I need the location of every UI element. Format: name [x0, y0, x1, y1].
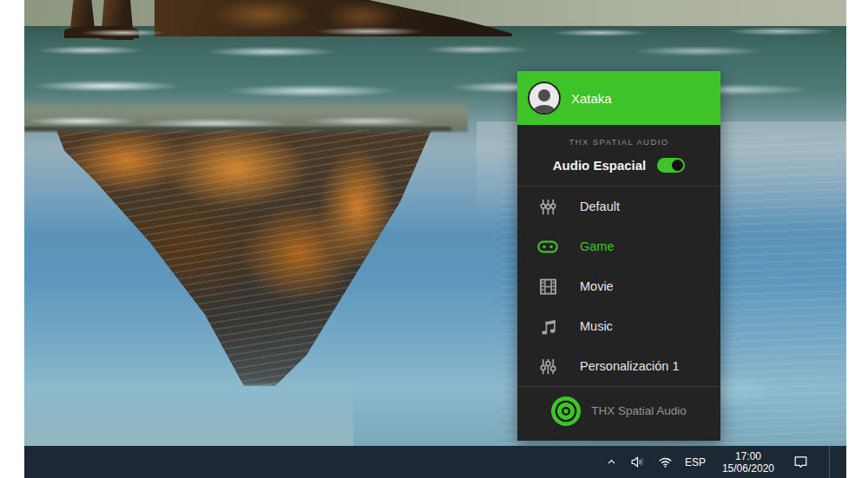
toggle-knob — [672, 160, 683, 171]
system-tray: ESP 17:00 15/06/2020 — [605, 446, 846, 478]
clock-time: 17:00 — [722, 450, 774, 462]
chevron-up-icon — [605, 455, 618, 468]
action-center-icon — [792, 454, 809, 470]
music-note-icon — [536, 317, 559, 337]
spatial-audio-toggle[interactable] — [657, 158, 685, 173]
desktop-screen: Xataka THX SPATIAL AUDIO Audio Espacial — [24, 0, 846, 478]
taskbar-divider — [829, 446, 830, 478]
spatial-audio-toggle-row: Audio Espacial — [517, 147, 720, 187]
mode-label: Music — [580, 319, 613, 333]
section-title: THX SPATIAL AUDIO — [517, 125, 720, 147]
reflection-ripples — [49, 130, 439, 386]
action-center-button[interactable] — [792, 454, 809, 470]
spatial-audio-toggle-label: Audio Espacial — [553, 158, 647, 173]
mode-label: Personalización 1 — [580, 359, 679, 373]
wifi-icon — [657, 454, 674, 470]
taskbar: ESP 17:00 15/06/2020 — [24, 446, 846, 478]
thx-spatial-audio-popup: Xataka THX SPATIAL AUDIO Audio Espacial — [517, 71, 720, 441]
hidden-icons-button[interactable] — [605, 455, 618, 468]
mode-item-default[interactable]: Default — [517, 187, 720, 226]
desktop-wallpaper — [24, 0, 846, 446]
username: Xataka — [571, 91, 612, 106]
network-button[interactable] — [657, 454, 674, 470]
vertical-sliders-icon — [536, 357, 559, 377]
mode-label: Game — [580, 239, 615, 253]
thx-spatial-audio-logo-icon — [551, 396, 581, 426]
mode-item-personalizacion-1[interactable]: Personalización 1 — [517, 346, 720, 386]
water-highlight — [24, 373, 353, 446]
user-avatar-icon — [528, 82, 561, 115]
mode-label: Movie — [580, 279, 614, 293]
film-strip-icon — [536, 277, 559, 297]
mode-item-game[interactable]: Game — [517, 226, 720, 266]
equalizer-icon — [536, 197, 559, 217]
mode-label: Default — [580, 200, 620, 213]
audio-mode-list: Default Game — [517, 187, 720, 386]
speaker-icon — [629, 454, 646, 470]
footer-app-name: THX Spatial Audio — [591, 404, 687, 417]
mode-item-music[interactable]: Music — [517, 306, 720, 346]
thx-spatial-audio-footer[interactable]: THX Spatial Audio — [517, 386, 720, 435]
language-indicator[interactable]: ESP — [685, 456, 706, 468]
wave-foam — [24, 43, 846, 57]
wave-foam — [24, 25, 846, 39]
volume-button[interactable] — [629, 454, 646, 470]
gamepad-icon — [536, 238, 559, 256]
clock-date: 15/06/2020 — [722, 462, 774, 475]
taskbar-clock[interactable]: 17:00 15/06/2020 — [722, 450, 774, 475]
mode-item-movie[interactable]: Movie — [517, 266, 720, 306]
profile-header[interactable]: Xataka — [517, 71, 720, 125]
show-desktop-button[interactable] — [841, 446, 846, 478]
